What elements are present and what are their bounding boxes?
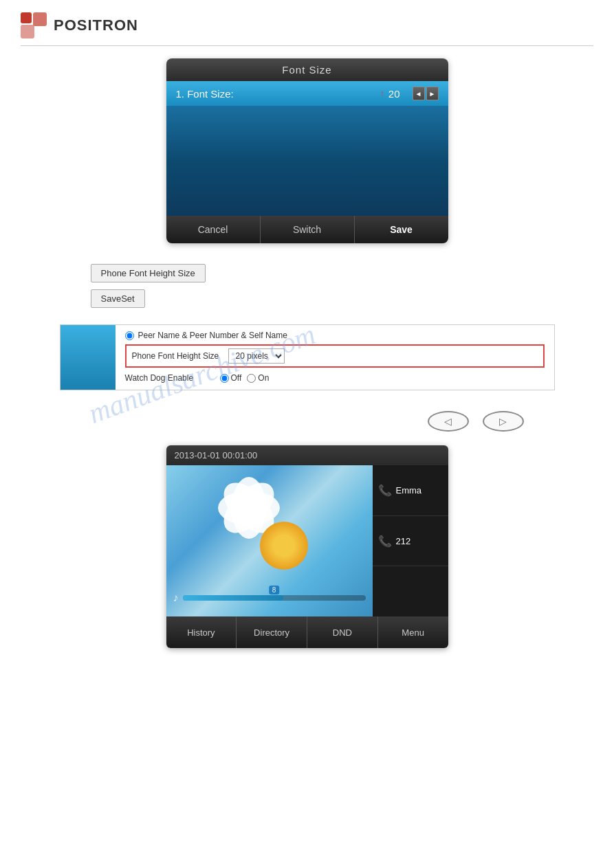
contact-212-number: 212 [396,536,411,546]
font-size-row-label: 1. Font Size: [176,88,375,100]
phone2-nav-bar: History Directory DND Menu [166,616,448,648]
font-height-row-highlighted: Phone Font Height Size 20 pixels 16 pixe… [125,344,545,368]
saveset-label[interactable]: SaveSet [91,289,145,308]
progress-fill [183,595,283,601]
progress-track: 8 [183,595,366,601]
font-height-field-label: Phone Font Height Size [132,351,221,361]
font-size-up-icon: ↑ [380,89,384,98]
font-size-phone-body [166,106,448,216]
contact-emma-name: Emma [396,485,422,496]
left-arrow-icon: ◁ [444,416,452,427]
font-size-row: 1. Font Size: ↑ 20 ◄ ► [166,81,448,106]
watchdog-on-radio[interactable] [247,374,256,383]
watchdog-off-option: Off [220,373,242,383]
phone-font-height-label[interactable]: Phone Font Height Size [91,264,206,282]
font-size-screen-container: Font Size 1. Font Size: ↑ 20 ◄ ► Cancel … [166,58,448,243]
phone2-statusbar: 2013-01-01 00:01:00 [166,445,448,465]
svg-rect-0 [21,12,32,23]
nav-history-btn[interactable]: History [166,616,237,648]
font-size-title: Font Size [282,64,331,76]
watchdog-row: Watch Dog Enable Off On [125,372,545,384]
cancel-button[interactable]: Cancel [166,216,261,243]
phone-icon-212: 📞 [378,535,392,548]
nav-left-arrow[interactable]: ◁ [428,411,469,432]
nav-dnd-btn[interactable]: DND [307,616,378,648]
positron-logo-icon [21,12,47,38]
watchdog-off-label: Off [231,373,242,383]
watchdog-on-option: On [247,373,269,383]
arrow-right-btn[interactable]: ► [426,87,439,100]
save-button[interactable]: Save [355,216,448,243]
nav-directory-btn[interactable]: Directory [237,616,307,648]
font-size-title-bar: Font Size [166,58,448,81]
arrow-left-btn[interactable]: ◄ [413,87,425,100]
flower-center [260,522,308,570]
phone2-sidebar: 📞 Emma 📞 212 [373,465,448,616]
arrow-buttons: ◄ ► [413,87,439,100]
watchdog-off-radio[interactable] [220,374,229,383]
progress-label: 8 [269,586,280,594]
phone2-body: ♪ 8 📞 Emma 📞 212 [166,465,448,616]
peer-name-radio-label: Peer Name & Peer Number & Self Name [138,331,287,340]
switch-button[interactable]: Switch [261,216,355,243]
header: POSITRON [0,0,614,45]
phone2-wallpaper: ♪ 8 [166,465,373,616]
main-content: Font Size 1. Font Size: ↑ 20 ◄ ► Cancel … [0,46,614,660]
font-size-phone-footer: Cancel Switch Save [166,216,448,243]
nav-right-arrow[interactable]: ▷ [483,411,524,432]
settings-blue-accent [61,325,116,390]
phone-icon-emma: 📞 [378,484,392,497]
music-bar: ♪ 8 [173,592,366,604]
phone2-contact-212[interactable]: 📞 212 [373,516,448,567]
watchdog-on-label: On [258,373,269,383]
font-size-value-group: ↑ 20 [380,88,400,100]
watchdog-label: Watch Dog Enable [125,373,215,383]
phone2-contact-emma[interactable]: 📞 Emma [373,465,448,516]
peer-name-radio-row: Peer Name & Peer Number & Self Name [125,331,545,340]
nav-menu-btn[interactable]: Menu [378,616,448,648]
labels-section: Phone Font Height Size SaveSet [50,264,565,308]
font-size-phone-screen: Font Size 1. Font Size: ↑ 20 ◄ ► Cancel … [166,58,448,243]
svg-rect-1 [33,12,47,26]
logo-text: POSITRON [54,16,138,34]
font-height-select[interactable]: 20 pixels 16 pixels 24 pixels [228,348,285,364]
peer-name-radio[interactable] [125,331,134,340]
font-size-value: 20 [388,88,400,100]
main-phone-screen: 2013-01-01 00:01:00 ♪ 8 [166,445,448,648]
svg-rect-2 [21,25,34,38]
nav-arrows-section: ◁ ▷ [50,411,565,432]
music-note-icon: ♪ [173,592,179,604]
right-arrow-icon: ▷ [499,416,507,427]
settings-panel: Peer Name & Peer Number & Self Name Phon… [60,324,555,390]
settings-table: Peer Name & Peer Number & Self Name Phon… [116,325,554,390]
